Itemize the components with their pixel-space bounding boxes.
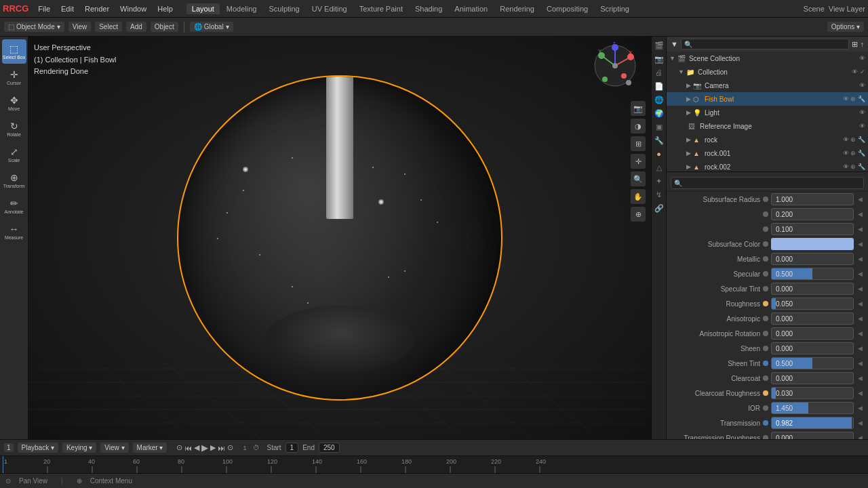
outliner-item-rock-001[interactable]: ▶ ▲ rock.001 👁 ⊕ 🔧 (667, 146, 868, 160)
menu-file[interactable]: File (34, 3, 54, 14)
transmission-field[interactable]: 0.982 (771, 417, 854, 429)
marker-dropdown[interactable]: Marker ▾ (133, 443, 167, 453)
world-icon[interactable]: 🌍 (653, 107, 665, 119)
properties-search[interactable] (671, 177, 864, 189)
subsurface-radius-x-field[interactable]: 1.000 (771, 193, 854, 205)
physics-icon[interactable]: ↯ (653, 188, 665, 201)
viewport[interactable]: User Perspective (1) Collection | Fish B… (28, 37, 651, 439)
options-button[interactable]: Options ▾ (827, 22, 864, 32)
transmission-roughness-field[interactable]: 0.000 (771, 432, 854, 439)
overlay-btn[interactable]: ⊞ (631, 136, 646, 151)
object-props-icon[interactable]: ▣ (653, 121, 665, 133)
tab-scripting[interactable]: Scripting (595, 3, 635, 14)
tab-animation[interactable]: Animation (449, 3, 493, 14)
specular-field[interactable]: 0.500 (771, 268, 854, 280)
tab-compositing[interactable]: Compositing (541, 3, 593, 14)
gizmo-btn[interactable]: ✛ (631, 154, 646, 169)
frame-number-display[interactable]: 1 (4, 443, 14, 452)
menu-help[interactable]: Help (153, 3, 177, 14)
subsurface-radius-y-field[interactable]: 0.200 (771, 208, 854, 220)
viewport-shading-btn[interactable]: ◑ (631, 119, 646, 134)
outliner-item-rock-002[interactable]: ▶ ▲ rock.002 👁 ⊕ 🔧 (667, 160, 868, 172)
tab-sculpting[interactable]: Sculpting (263, 3, 304, 14)
tab-layout[interactable]: Layout (186, 3, 220, 14)
scene-icon[interactable]: 🎬 (653, 39, 665, 52)
tool-scale[interactable]: ⤢ Scale (2, 142, 26, 167)
sheen-tint-field[interactable]: 0.500 (771, 357, 854, 369)
select-button[interactable]: Select (95, 22, 122, 32)
metallic-field[interactable]: 0.000 (771, 253, 854, 265)
menu-edit[interactable]: Edit (57, 3, 78, 14)
cursor-icon: ✛ (10, 69, 18, 80)
ior-field[interactable]: 1.450 (771, 402, 854, 414)
tool-select-box[interactable]: ⬚ Select Box (2, 39, 26, 64)
clearcoat-field[interactable]: 0.000 (771, 372, 854, 384)
tool-transform[interactable]: ⊕ Transform (2, 168, 26, 192)
constraint-icon[interactable]: 🔗 (653, 202, 665, 214)
outliner-item-rock[interactable]: ▶ ▲ rock 👁 ⊕ 🔧 (667, 133, 868, 146)
outliner-search[interactable] (681, 39, 849, 49)
keyframe-prev-btn[interactable]: ⊙ (176, 443, 182, 452)
output-icon[interactable]: 🖨 (653, 66, 665, 79)
keying-dropdown[interactable]: Keying ▾ (62, 443, 96, 453)
outliner-scene-collection[interactable]: ▼ 🎬 Scene Collection 👁 (667, 52, 868, 65)
modifier-icon[interactable]: 🔧 (653, 134, 665, 146)
scene-props-icon[interactable]: 🌐 (653, 94, 665, 106)
playback-dropdown[interactable]: Playback ▾ (18, 443, 58, 453)
tool-cursor[interactable]: ✛ Cursor (2, 65, 26, 89)
anisotropic-rotation-dot (763, 331, 768, 336)
tool-move[interactable]: ✥ Move (2, 91, 26, 115)
tool-measure[interactable]: ↔ Measure (2, 220, 26, 244)
outliner-sort-icon[interactable]: ↑ (861, 40, 865, 48)
transform-selector[interactable]: 🌐 Global ▾ (190, 22, 233, 32)
clearcoat-roughness-field[interactable]: 0.030 (771, 387, 854, 399)
outliner-header: ▼ ⊞ ↑ (667, 37, 868, 52)
viewport-zoom-out[interactable]: 🔍 (631, 171, 646, 186)
subsurface-color-swatch[interactable] (771, 238, 854, 250)
roughness-field[interactable]: 0.050 (771, 298, 854, 310)
start-frame-field[interactable]: 1 (285, 443, 299, 453)
tab-modeling[interactable]: Modeling (221, 3, 262, 14)
data-icon[interactable]: △ (653, 161, 665, 174)
render-icon[interactable]: 📷 (653, 53, 665, 65)
anisotropic-field[interactable]: 0.000 (771, 312, 854, 325)
camera-view-btn[interactable]: 📷 (631, 101, 646, 116)
navigation-gizmo[interactable]: X Y Z (591, 42, 646, 96)
object-button[interactable]: Object (151, 22, 178, 32)
viewport-zoom[interactable]: ⊕ (631, 207, 646, 222)
outliner-item-light[interactable]: ▶ 💡 Light 👁 (667, 106, 868, 119)
viewport-pan[interactable]: ✋ (631, 189, 646, 204)
outliner-item-camera[interactable]: ▶ 📷 Camera 👁 (667, 79, 868, 92)
outliner-item-fish-bowl[interactable]: ▶ ⬡ Fish Bowl 👁 ⊕ 🔧 (667, 92, 868, 106)
tab-rendering[interactable]: Rendering (494, 3, 540, 14)
jump-start-btn[interactable]: ⏮ (184, 444, 192, 452)
sheen-field[interactable]: 0.000 (771, 342, 854, 354)
tab-uv-editing[interactable]: UV Editing (307, 3, 353, 14)
jump-end-btn[interactable]: ⏭ (218, 444, 225, 452)
keyframe-next-btn[interactable]: ⊙ (227, 443, 233, 452)
view-dropdown[interactable]: View ▾ (100, 443, 128, 453)
add-button[interactable]: Add (126, 22, 146, 32)
frame-next-btn[interactable]: ▶ (210, 443, 216, 452)
frame-prev-btn[interactable]: ◀ (194, 443, 199, 452)
view-layer-icon[interactable]: 📄 (653, 80, 665, 92)
anisotropic-rotation-field[interactable]: 0.000 (771, 327, 854, 340)
outliner-collection[interactable]: ▼ 📁 Collection 👁 ✓ (667, 65, 868, 79)
tab-shading[interactable]: Shading (410, 3, 448, 14)
outliner-filter-icon[interactable]: ⊞ (852, 40, 858, 49)
tab-texture-paint[interactable]: Texture Paint (354, 3, 408, 14)
menu-render[interactable]: Render (81, 3, 113, 14)
object-mode-selector[interactable]: ⬚ Object Mode ▾ (4, 22, 64, 32)
end-frame-field[interactable]: 250 (319, 443, 340, 453)
play-btn[interactable]: ▶ (201, 443, 208, 453)
specular-tint-field[interactable]: 0.000 (771, 283, 854, 295)
tool-annotate[interactable]: ✏ Annotate (2, 194, 26, 218)
material-icon[interactable]: ● (653, 148, 665, 160)
outliner-item-ref-image[interactable]: 🖼 Reference Image 👁 (667, 119, 868, 133)
menu-window[interactable]: Window (116, 3, 151, 14)
timeline-ruler[interactable]: 1 20 40 60 80 100 120 140 160 180 200 22… (0, 456, 868, 473)
subsurface-radius-z-field[interactable]: 0.100 (771, 223, 854, 235)
particle-icon[interactable]: ✦ (653, 175, 665, 187)
view-button[interactable]: View (68, 22, 92, 32)
tool-rotate[interactable]: ↻ Rotate (2, 117, 26, 141)
